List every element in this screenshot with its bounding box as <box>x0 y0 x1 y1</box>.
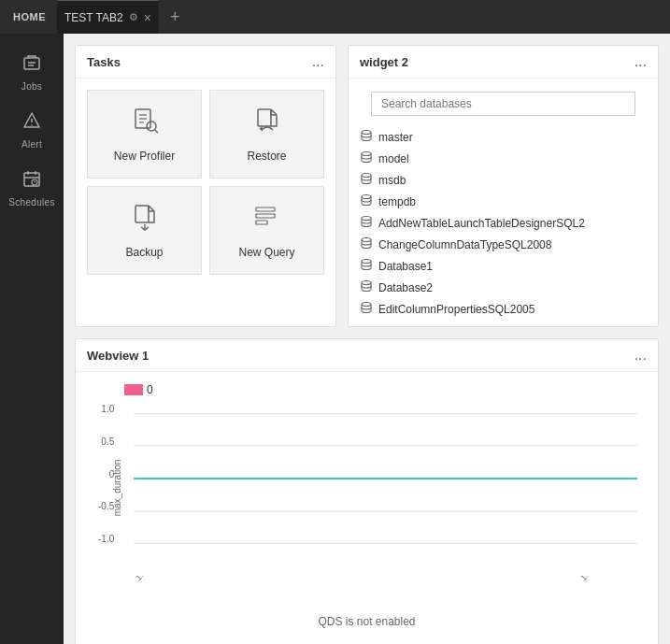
svg-rect-23 <box>256 221 267 224</box>
svg-point-25 <box>362 152 371 156</box>
webview-header: Webview 1 ... <box>76 339 658 372</box>
database-name: Database2 <box>378 281 433 294</box>
sidebar: Jobs Alert <box>0 34 64 644</box>
sidebar-alert-label: Alert <box>21 139 42 150</box>
databases-title: widget 2 <box>360 55 408 69</box>
database-name: tempdb <box>378 195 416 208</box>
main-tab[interactable]: TEST TAB2 ⚙ × <box>57 0 159 34</box>
svg-rect-21 <box>256 208 275 211</box>
restore-button[interactable]: Restore <box>209 90 324 179</box>
x-label-left: 1:45:07.270 pm <box>134 576 181 582</box>
tasks-menu-button[interactable]: ... <box>312 53 324 70</box>
top-bar: HOME TEST TAB2 ⚙ × + <box>0 0 670 34</box>
database-name: master <box>378 131 413 144</box>
y-tick-0: 0 <box>98 469 114 479</box>
backup-label: Backup <box>125 246 163 259</box>
database-list-item[interactable]: AddNewTableLaunchTableDesignerSQL2 <box>360 213 647 233</box>
sidebar-schedules-label: Schedules <box>8 197 54 208</box>
database-name: Database1 <box>378 260 433 273</box>
new-tab-button[interactable]: + <box>164 7 186 27</box>
webview-menu-button[interactable]: ... <box>634 347 647 364</box>
database-list-item[interactable]: Database2 <box>360 278 647 297</box>
tab-close-button[interactable]: × <box>144 11 151 24</box>
svg-point-27 <box>362 195 371 199</box>
restore-label: Restore <box>247 150 286 163</box>
svg-point-28 <box>362 217 371 221</box>
database-list-item[interactable]: msdb <box>360 170 647 190</box>
databases-widget: widget 2 ... master model <box>348 45 659 327</box>
chart-area: 0 max_duration <box>76 372 658 644</box>
svg-point-32 <box>362 303 371 307</box>
tasks-grid: New Profiler R <box>76 79 335 286</box>
webview-widget: Webview 1 ... 0 max_duration <box>75 338 659 644</box>
sidebar-jobs-label: Jobs <box>21 81 42 92</box>
backup-icon <box>130 202 160 238</box>
new-profiler-icon <box>130 106 160 142</box>
new-profiler-label: New Profiler <box>114 150 175 163</box>
tab-name: TEST TAB2 <box>64 11 123 24</box>
database-icon <box>360 236 373 252</box>
svg-point-30 <box>362 260 371 264</box>
tasks-widget: Tasks ... <box>75 45 336 327</box>
chart-footer: QDS is not enabled <box>87 611 647 639</box>
svg-rect-18 <box>258 109 271 126</box>
svg-rect-19 <box>135 206 149 222</box>
database-name: EditColumnPropertiesSQL2005 <box>378 303 535 316</box>
new-query-label: New Query <box>238 246 294 259</box>
database-name: msdb <box>378 174 406 187</box>
y-tick-neg0.5: -0.5 <box>98 501 114 511</box>
new-profiler-button[interactable]: New Profiler <box>87 90 202 179</box>
database-list-item[interactable]: Database1 <box>360 256 647 276</box>
databases-menu-button[interactable]: ... <box>634 53 647 70</box>
alert-icon <box>21 110 42 136</box>
legend-label: 0 <box>147 383 153 396</box>
sidebar-item-jobs[interactable]: Jobs <box>0 43 64 101</box>
chart-legend: 0 <box>87 383 647 396</box>
y-tick-0.5: 0.5 <box>98 436 114 447</box>
database-name: ChangeColumnDataTypeSQL2008 <box>378 238 551 251</box>
svg-point-29 <box>362 238 371 242</box>
database-icon <box>360 129 373 145</box>
database-list-item[interactable]: model <box>360 149 647 168</box>
database-icon <box>360 193 373 209</box>
svg-point-26 <box>362 174 371 178</box>
chart-svg <box>134 404 637 553</box>
new-query-button[interactable]: New Query <box>209 186 324 275</box>
svg-point-31 <box>362 281 371 285</box>
svg-point-4 <box>31 124 33 126</box>
y-tick-1.0: 1.0 <box>98 404 114 414</box>
database-name: AddNewTableLaunchTableDesignerSQL2 <box>378 217 585 230</box>
svg-point-24 <box>362 131 371 135</box>
y-tick-neg1.0: -1.0 <box>98 534 114 544</box>
schedules-icon <box>21 168 42 193</box>
database-icon <box>360 215 373 231</box>
pin-icon[interactable]: ⚙ <box>129 11 138 23</box>
new-query-icon <box>252 202 282 238</box>
x-axis-labels: 1:45:07.270 pm 1:45:07.271 pm <box>134 576 637 611</box>
database-list-item[interactable]: ChangeColumnDataTypeSQL2008 <box>360 235 647 254</box>
backup-button[interactable]: Backup <box>87 186 202 275</box>
database-list: master model msdb tempdb <box>349 127 658 326</box>
content-area: Tasks ... <box>64 34 670 644</box>
main-layout: Jobs Alert <box>0 34 670 644</box>
tasks-header: Tasks ... <box>76 46 335 79</box>
database-list-item[interactable]: master <box>360 127 647 147</box>
database-list-item[interactable]: tempdb <box>360 192 647 211</box>
webview-title: Webview 1 <box>87 349 149 363</box>
database-list-item[interactable]: EditColumnPropertiesSQL2005 <box>360 299 647 319</box>
home-label[interactable]: HOME <box>9 11 57 22</box>
sidebar-item-alert[interactable]: Alert <box>0 101 64 159</box>
database-search-input[interactable] <box>371 92 635 116</box>
x-label-right: 1:45:07.271 pm <box>578 576 626 582</box>
svg-point-16 <box>147 122 156 131</box>
svg-rect-0 <box>24 58 39 69</box>
restore-icon <box>252 106 282 142</box>
sidebar-item-schedules[interactable]: Schedules <box>0 159 64 217</box>
database-icon <box>360 150 373 166</box>
database-icon <box>360 301 373 317</box>
database-name: model <box>378 152 409 165</box>
legend-color-swatch <box>124 384 143 395</box>
tasks-title: Tasks <box>87 55 121 69</box>
database-icon <box>360 172 373 188</box>
jobs-icon <box>21 52 42 78</box>
